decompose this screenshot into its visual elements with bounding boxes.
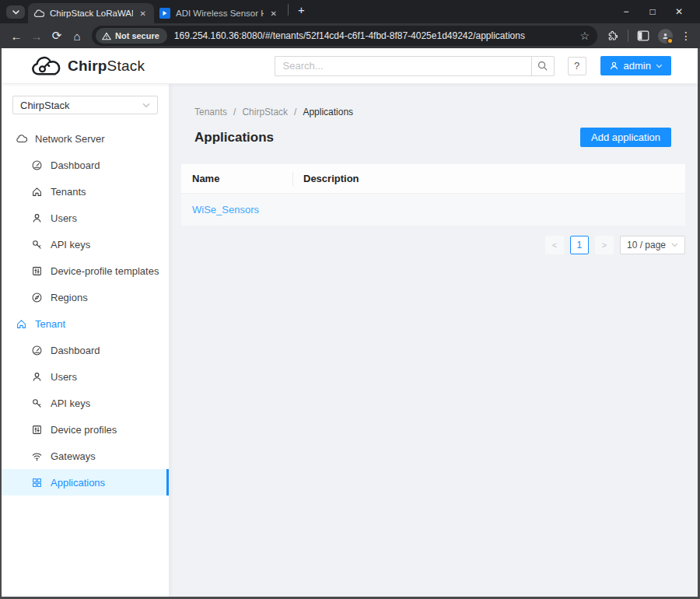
control-icon — [31, 424, 43, 436]
breadcrumb-separator: / — [294, 107, 296, 117]
browser-menu-icon[interactable]: ⋮ — [678, 30, 694, 42]
breadcrumb-separator: / — [233, 107, 236, 117]
app-header: ChirpStack ? admin — [2, 48, 698, 84]
toolbar-right: ⋮ — [604, 29, 694, 44]
pagination: < 1 > 10 / page — [181, 236, 685, 254]
toolbar-divider — [628, 30, 628, 42]
forward-button[interactable]: → — [26, 30, 47, 43]
page-size-value: 10 / page — [627, 240, 666, 250]
item-label: Regions — [51, 292, 88, 303]
sidebar-item-tenant-applications[interactable]: Applications — [2, 469, 169, 496]
address-bar[interactable]: Not secure 169.254.160.36:8080/#/tenants… — [92, 26, 597, 46]
chevron-down-icon — [142, 103, 150, 108]
security-label: Not secure — [115, 31, 159, 40]
item-label: Users — [51, 212, 77, 224]
new-tab-button[interactable]: + — [293, 3, 310, 16]
main-content: Tenants / ChirpStack / Applications Appl… — [169, 84, 698, 597]
home-button[interactable]: ⌂ — [67, 30, 87, 43]
chevron-down-icon — [12, 10, 19, 15]
minimize-button[interactable]: − — [613, 1, 639, 23]
tab-search-button[interactable] — [6, 5, 25, 19]
profile-avatar[interactable] — [658, 29, 673, 44]
chevron-down-icon — [671, 243, 678, 247]
table-row: WiSe_Sensors — [181, 194, 685, 226]
tab-chirpstack[interactable]: ChirpStack LoRaWAN® Networ ✕ — [28, 3, 154, 23]
tab-separator — [288, 4, 289, 16]
breadcrumb-tenants[interactable]: Tenants — [194, 107, 227, 117]
tab-close-icon[interactable]: ✕ — [268, 9, 279, 19]
user-label: admin — [624, 60, 651, 72]
item-label: API keys — [51, 398, 90, 409]
key-icon — [31, 239, 43, 250]
item-label: Gateways — [51, 450, 96, 462]
maximize-button[interactable]: □ — [639, 1, 666, 23]
url-text: 169.254.160.36:8080/#/tenants/52f14cd4-c… — [174, 30, 574, 41]
column-header-description: Description — [292, 164, 685, 194]
security-badge[interactable]: Not secure — [96, 28, 167, 44]
tab-close-icon[interactable]: ✕ — [138, 9, 149, 19]
adi-favicon-icon — [159, 8, 170, 19]
prev-page-button[interactable]: < — [545, 236, 564, 254]
item-label: Device profiles — [51, 424, 117, 436]
sidebar-item-ns-device-profile-templates[interactable]: Device-profile templates — [2, 257, 169, 284]
item-label: Applications — [51, 477, 105, 489]
sidebar-item-ns-users[interactable]: Users — [2, 205, 169, 231]
application-description — [292, 194, 685, 226]
next-page-button[interactable]: > — [595, 236, 614, 254]
bookmark-icon[interactable]: ☆ — [579, 30, 590, 42]
chirpstack-logo-icon — [30, 54, 62, 78]
breadcrumb-applications: Applications — [303, 107, 353, 117]
tab-strip: ChirpStack LoRaWAN® Networ ✕ ADI Wireles… — [0, 0, 700, 23]
home-icon — [31, 186, 43, 198]
browser-toolbar: ← → ⟳ ⌂ Not secure 169.254.160.36:8080/#… — [0, 23, 700, 48]
sidebar-item-ns-api-keys[interactable]: API keys — [2, 231, 169, 257]
user-icon — [31, 212, 43, 224]
key-icon — [31, 398, 43, 409]
user-menu-button[interactable]: admin — [600, 56, 671, 75]
sidebar-item-tenant-users[interactable]: Users — [2, 363, 169, 390]
item-label: Device-profile templates — [51, 265, 159, 277]
item-label: Dashboard — [51, 159, 100, 171]
help-button[interactable]: ? — [568, 57, 586, 75]
chirpstack-brand[interactable]: ChirpStack — [30, 54, 145, 78]
breadcrumb: Tenants / ChirpStack / Applications — [194, 107, 671, 117]
sidebar-item-ns-dashboard[interactable]: Dashboard — [2, 152, 169, 178]
sidebar-item-ns-regions[interactable]: Regions — [2, 284, 169, 310]
chirpstack-app: ChirpStack ? admin ChirpStack — [2, 48, 698, 597]
search-button[interactable] — [531, 56, 555, 76]
tenant-selector-value: ChirpStack — [20, 100, 70, 111]
sidebar-item-tenant-gateways[interactable]: Gateways — [2, 443, 169, 469]
user-icon — [609, 61, 619, 71]
reload-button[interactable]: ⟳ — [47, 29, 67, 43]
group-label: Tenant — [35, 318, 65, 330]
tab-adi-hub[interactable]: ADI Wireless Sensor Hub ✕ — [154, 3, 285, 23]
sidebar-group-network-server[interactable]: Network Server — [2, 125, 169, 152]
search-input[interactable] — [275, 56, 531, 76]
sidebar-item-tenant-dashboard[interactable]: Dashboard — [2, 337, 169, 363]
extensions-icon[interactable] — [604, 30, 622, 42]
current-page-button[interactable]: 1 — [570, 236, 589, 254]
breadcrumb-chirpstack[interactable]: ChirpStack — [242, 107, 288, 117]
group-label: Network Server — [35, 133, 105, 145]
appstore-icon — [31, 477, 43, 489]
warning-icon — [102, 32, 111, 40]
dashboard-icon — [31, 159, 43, 171]
chirpstack-favicon-icon — [33, 9, 44, 18]
tenant-selector[interactable]: ChirpStack — [12, 96, 158, 114]
sidebar-item-ns-tenants[interactable]: Tenants — [2, 178, 169, 205]
side-panel-icon[interactable] — [634, 30, 653, 41]
close-button[interactable]: ✕ — [666, 1, 692, 23]
applications-table: Name Description WiSe_Sensors — [181, 164, 685, 226]
item-label: Dashboard — [51, 345, 100, 356]
back-button[interactable]: ← — [6, 30, 26, 43]
application-link[interactable]: WiSe_Sensors — [192, 204, 259, 215]
sidebar-group-tenant[interactable]: Tenant — [2, 310, 169, 337]
page-size-select[interactable]: 10 / page — [620, 236, 685, 254]
item-label: Tenants — [51, 186, 86, 198]
cloud-icon — [16, 133, 27, 145]
add-application-button[interactable]: Add application — [580, 128, 671, 147]
tab-title: ChirpStack LoRaWAN® Networ — [50, 9, 133, 18]
tab-title: ADI Wireless Sensor Hub — [176, 9, 264, 18]
sidebar-item-tenant-api-keys[interactable]: API keys — [2, 390, 169, 416]
sidebar-item-tenant-device-profiles[interactable]: Device profiles — [2, 416, 169, 443]
